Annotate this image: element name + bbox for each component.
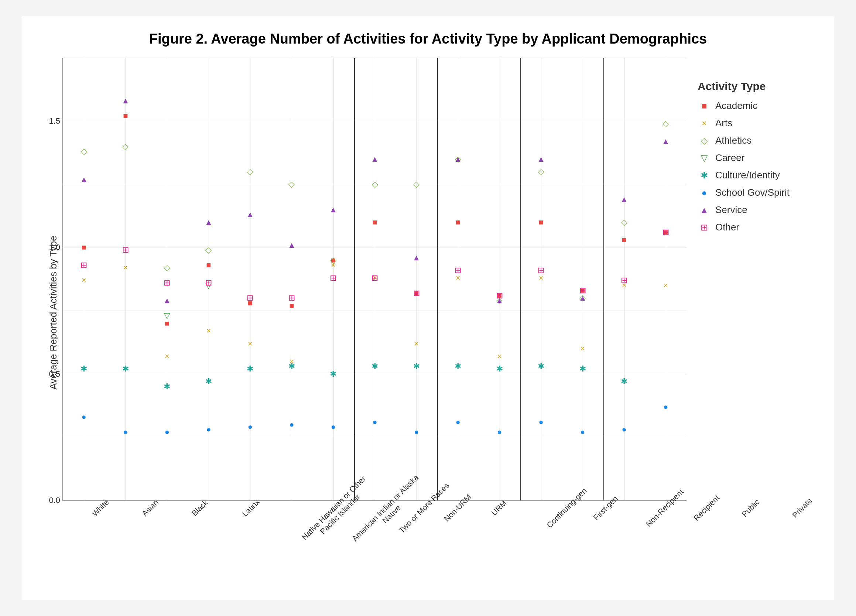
data-point: × <box>165 352 169 360</box>
data-point: ✱ <box>413 362 420 370</box>
data-point: ▲ <box>454 155 462 163</box>
data-point: × <box>663 282 668 290</box>
y-tick-label: 0.5 <box>49 369 60 379</box>
data-point: ● <box>539 418 543 426</box>
data-point: ● <box>372 418 377 426</box>
data-point: ✱ <box>205 377 212 385</box>
data-point: ■ <box>372 218 377 226</box>
x-axis-label: Latinx <box>240 497 300 556</box>
data-point: ● <box>663 403 668 411</box>
data-point: ● <box>455 418 460 426</box>
legend-item: ■Academic <box>697 100 805 111</box>
data-point: ◇ <box>205 246 212 254</box>
data-point: ● <box>497 428 502 436</box>
data-point: ▲ <box>662 137 670 145</box>
data-point: ⊞ <box>538 266 544 274</box>
data-point: ◇ <box>122 143 128 151</box>
data-point: ⊞ <box>413 289 420 297</box>
data-point: ■ <box>123 112 128 120</box>
legend: Activity Type ■Academic×Arts◇Athletics▽C… <box>687 58 812 501</box>
data-point: ✱ <box>247 365 253 373</box>
data-point: ✱ <box>579 365 586 373</box>
data-point: ⊞ <box>247 294 253 302</box>
data-point: ⊞ <box>454 266 461 274</box>
legend-item: ◇Athletics <box>697 135 805 146</box>
data-point: ✱ <box>288 362 295 370</box>
data-point: ● <box>331 423 336 431</box>
legend-item: ⊞Other <box>697 222 805 233</box>
data-point: ▲ <box>413 254 420 262</box>
data-point: ■ <box>539 218 543 226</box>
data-point: ▲ <box>371 155 379 163</box>
data-point: ▲ <box>579 294 587 302</box>
x-axis-label: White <box>91 498 149 556</box>
section-divider <box>354 58 355 500</box>
data-point: ◇ <box>330 256 336 265</box>
data-point: ⊞ <box>330 274 336 282</box>
data-point: ■ <box>206 261 211 269</box>
legend-item: ▲Service <box>697 204 805 216</box>
data-point: ◇ <box>164 264 170 272</box>
data-point: ✱ <box>454 362 461 370</box>
y-tick-label: 1.0 <box>49 243 60 252</box>
data-point: ⊞ <box>205 279 212 287</box>
data-point: ⊞ <box>163 279 170 287</box>
data-point: ⊞ <box>496 292 503 300</box>
data-point: ▲ <box>288 241 296 249</box>
data-point: ▲ <box>620 196 628 203</box>
data-point: ✱ <box>80 365 87 373</box>
data-point: × <box>539 274 543 282</box>
legend-item: ×Arts <box>697 117 805 129</box>
data-point: ● <box>622 425 627 434</box>
data-point: ● <box>289 420 294 429</box>
data-point: ⊞ <box>621 276 627 284</box>
legend-title: Activity Type <box>697 80 805 93</box>
data-point: ● <box>248 423 252 431</box>
data-point: ● <box>414 428 419 436</box>
data-point: ◇ <box>247 168 253 176</box>
data-point: ⊞ <box>371 274 378 282</box>
y-tick-label: 1.5 <box>49 116 60 126</box>
data-point: ● <box>82 413 86 421</box>
plot-area: 0.00.51.01.5 ■■■■■■■■■■■■■■■××××××××××××… <box>62 58 687 501</box>
data-point: × <box>206 327 211 335</box>
data-point: ▽ <box>164 312 170 320</box>
data-point: ■ <box>82 243 86 251</box>
x-axis-label: Asian <box>140 498 198 556</box>
data-point: ◇ <box>538 168 544 176</box>
data-point: ✱ <box>163 383 170 391</box>
data-point: ◇ <box>372 180 378 188</box>
data-point: ▲ <box>329 206 337 214</box>
data-point: ◇ <box>413 180 419 188</box>
data-point: ✱ <box>371 362 378 370</box>
data-point: ▲ <box>122 97 129 105</box>
y-tick-label: 0.0 <box>49 496 60 505</box>
x-axis-labels: WhiteAsianBlackLatinxNative Hawaiian or … <box>62 501 812 568</box>
grid-line-v <box>292 58 292 500</box>
data-point: ● <box>206 425 211 434</box>
data-point: ✱ <box>496 365 503 373</box>
grid-line-v <box>250 58 250 500</box>
section-divider <box>437 58 438 500</box>
data-point: × <box>82 276 86 284</box>
data-point: ⊞ <box>662 228 669 236</box>
data-point: ◇ <box>662 120 669 128</box>
data-point: ■ <box>165 319 169 328</box>
figure-container: Figure 2. Average Number of Activities f… <box>22 16 834 600</box>
data-point: × <box>123 264 128 272</box>
data-point: × <box>497 352 502 360</box>
data-point: ◇ <box>621 218 627 226</box>
data-point: × <box>580 345 585 353</box>
data-point: ✱ <box>538 362 544 370</box>
data-point: ■ <box>455 218 460 226</box>
data-point: ▲ <box>246 211 254 219</box>
y-ticks: 0.00.51.01.5 <box>45 58 63 500</box>
legend-item: ✱Culture/Identity <box>697 169 805 181</box>
data-point: ⊞ <box>80 261 87 269</box>
data-point: ▲ <box>163 297 171 305</box>
data-point: ⊞ <box>288 294 295 302</box>
data-point: ▲ <box>80 176 88 183</box>
figure-title: Figure 2. Average Number of Activities f… <box>44 31 812 47</box>
data-point: ▲ <box>205 218 213 226</box>
section-divider <box>520 58 521 500</box>
